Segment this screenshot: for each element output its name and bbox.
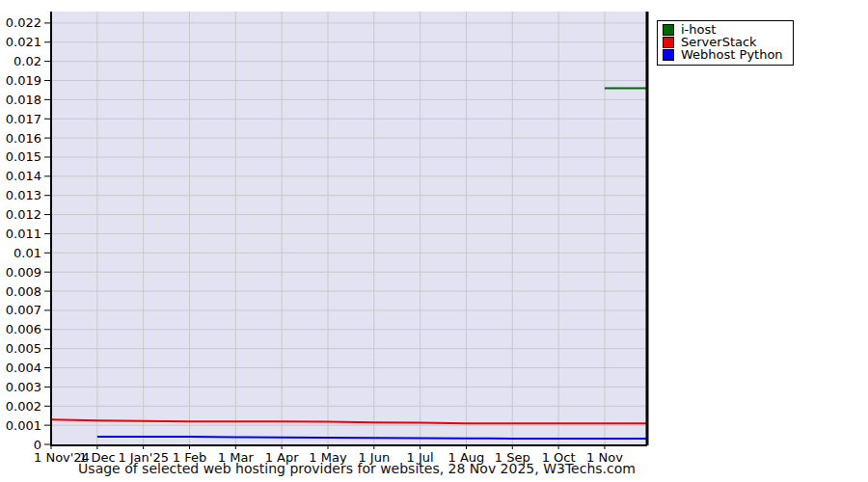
y-tick-label: 0.004 xyxy=(6,361,41,375)
y-tick-label: 0.015 xyxy=(6,149,41,164)
legend-swatch-icon xyxy=(663,37,674,48)
y-tick-label: 0.016 xyxy=(6,131,41,146)
y-tick-label: 0.013 xyxy=(6,188,41,202)
y-tick-label: 0.018 xyxy=(6,93,41,107)
legend: i-hostServerStackWebhost Python xyxy=(657,20,794,66)
y-tick-label: 0.022 xyxy=(6,15,41,30)
y-tick-label: 0.003 xyxy=(6,380,41,394)
legend-swatch-icon xyxy=(663,24,674,36)
y-tick-label: 0.01 xyxy=(14,246,41,260)
y-tick-label: 0.02 xyxy=(14,54,41,68)
y-tick-label: 0.001 xyxy=(6,418,41,433)
y-tick-label: 0.021 xyxy=(6,35,41,49)
w3techs-usage-chart: 00.0010.0020.0030.0040.0050.0060.0070.00… xyxy=(0,0,868,482)
chart-title: Usage of selected web hosting providers … xyxy=(0,461,714,476)
legend-swatch-icon xyxy=(663,49,674,61)
legend-item: Webhost Python xyxy=(663,49,783,61)
y-tick-label: 0.005 xyxy=(6,341,41,356)
y-tick-label: 0.011 xyxy=(6,227,41,241)
y-tick-label: 0.014 xyxy=(6,169,41,183)
y-tick-label: 0.017 xyxy=(6,112,41,126)
chart-canvas: 00.0010.0020.0030.0040.0050.0060.0070.00… xyxy=(0,0,868,482)
y-tick-label: 0.006 xyxy=(6,322,41,336)
plot-background xyxy=(51,12,646,444)
y-tick-label: 0.002 xyxy=(6,399,41,414)
y-tick-label: 0.019 xyxy=(6,73,41,88)
y-tick-label: 0.007 xyxy=(6,303,41,317)
y-tick-label: 0.008 xyxy=(6,284,41,299)
y-tick-label: 0.012 xyxy=(6,207,41,222)
legend-label: Webhost Python xyxy=(681,49,783,61)
y-tick-label: 0.009 xyxy=(6,265,41,280)
